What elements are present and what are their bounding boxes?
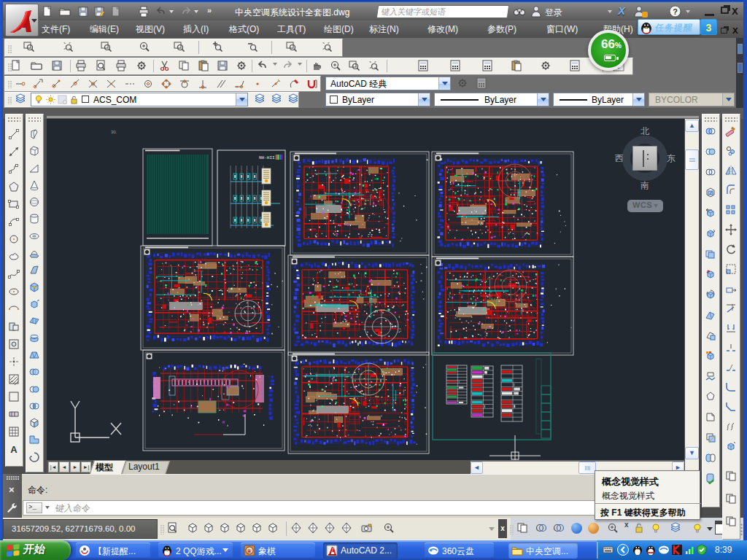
svg-text:NH-HII: NH-HII xyxy=(259,155,275,160)
svg-text:?: ? xyxy=(673,7,678,16)
svg-text:30.: 30. xyxy=(111,130,117,134)
svg-text:A: A xyxy=(10,444,18,455)
svg-text:象: 象 xyxy=(247,548,252,553)
